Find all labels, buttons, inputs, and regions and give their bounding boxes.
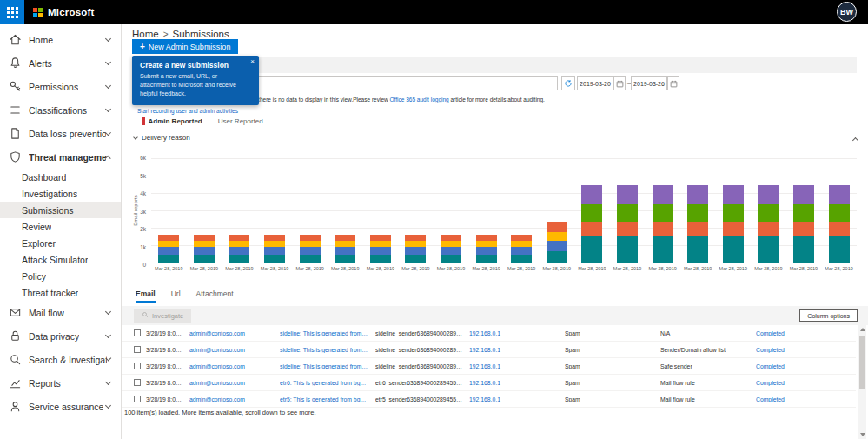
bar-segment-orange <box>194 235 215 241</box>
delivery-reason-section-header[interactable]: Delivery reason <box>134 134 190 142</box>
main-content: Home>Submissions + New Admin Submission … <box>122 24 868 439</box>
sender-cell[interactable]: admin@contoso.com <box>189 396 280 402</box>
sidebar-item-label: Attack Simulator <box>22 255 88 265</box>
sidebar-item-alerts[interactable]: Alerts <box>0 51 121 75</box>
ip-cell[interactable]: 192.168.0.1 <box>469 347 565 353</box>
ip-cell[interactable]: 192.168.0.1 <box>469 396 565 402</box>
sidebar-item-review[interactable]: Review <box>0 218 121 235</box>
status-cell[interactable]: Completed <box>756 330 812 336</box>
sidebar-item-permissions[interactable]: Permissions <box>0 75 121 98</box>
breadcrumb-home[interactable]: Home <box>132 29 159 39</box>
subject-cell[interactable]: sideline: This is generated from bgd 636… <box>280 330 375 336</box>
scrollbar-thumb[interactable] <box>859 336 865 389</box>
scroll-up-icon[interactable] <box>860 328 865 331</box>
sidebar-item-dashboard[interactable]: Dashboard <box>0 169 121 185</box>
bar-slot <box>292 159 328 263</box>
close-icon[interactable]: × <box>250 58 255 65</box>
bar-segment-yellow <box>264 241 285 247</box>
status-cell[interactable]: Completed <box>756 396 812 402</box>
investigate-button[interactable]: Investigate <box>134 309 191 323</box>
pivot-user-reported[interactable]: User Reported <box>218 117 263 125</box>
start-recording-link[interactable]: Start recording user and admin activitie… <box>137 108 238 114</box>
row-checkbox[interactable] <box>134 396 141 402</box>
sidebar-item-attack-simulator[interactable]: Attack Simulator <box>0 251 121 268</box>
stacked-bar <box>158 235 179 263</box>
subject-cell[interactable]: sideline: This is generated from bgd 636… <box>280 347 375 353</box>
table-scrollbar[interactable] <box>858 325 866 439</box>
sender-cell[interactable]: admin@contoso.com <box>189 330 280 336</box>
sender-cell[interactable]: admin@contoso.com <box>189 363 280 369</box>
bar-slot <box>821 159 857 263</box>
start-date-field[interactable]: 2019-03-20 <box>577 76 613 90</box>
sidebar-item-policy[interactable]: Policy <box>0 268 121 284</box>
x-axis-label: Mar 28, 2019 <box>398 266 434 271</box>
tab-email[interactable]: Email <box>136 289 156 303</box>
bar-segment-yellow <box>335 241 355 247</box>
tab-url[interactable]: Url <box>171 289 181 303</box>
list-icon <box>9 103 22 116</box>
collapse-section-chevron-icon[interactable] <box>852 137 858 143</box>
bar-segment-orange <box>335 235 355 241</box>
sender-cell[interactable]: admin@contoso.com <box>189 347 280 353</box>
status-cell[interactable]: Completed <box>756 380 812 386</box>
bar-segment-orange <box>158 235 179 241</box>
bar-segment-orange <box>793 222 814 236</box>
x-axis-label: Mar 28, 2019 <box>680 266 716 271</box>
sender-cell[interactable]: admin@contoso.com <box>189 380 280 386</box>
status-cell[interactable]: Completed <box>756 347 812 353</box>
status-cell[interactable]: Completed <box>756 363 812 369</box>
ip-cell[interactable]: 192.168.0.1 <box>469 363 565 369</box>
ip-cell[interactable]: 192.168.0.1 <box>469 330 565 336</box>
x-axis-label: Mar 28, 2019 <box>292 266 328 271</box>
sidebar-item-label: Data loss prevention <box>29 129 106 139</box>
end-date-field[interactable]: 2019-03-26 <box>631 76 667 90</box>
app-launcher-button[interactable] <box>0 0 24 24</box>
row-checkbox[interactable] <box>134 363 141 369</box>
bar-segment-blue <box>194 247 215 255</box>
sidebar-item-service-assurance[interactable]: Service assurance <box>0 395 121 418</box>
bar-segment-yellow <box>158 241 179 247</box>
subject-cell[interactable]: etr5: This is generated from bgd 6368940… <box>280 396 375 402</box>
sidebar-item-classifications[interactable]: Classifications <box>0 98 121 122</box>
row-checkbox[interactable] <box>134 329 141 336</box>
scroll-down-icon[interactable] <box>860 433 865 436</box>
new-admin-submission-label: New Admin Submission <box>149 43 231 51</box>
column-options-button[interactable]: Column options <box>799 309 858 322</box>
new-admin-submission-button[interactable]: + New Admin Submission <box>132 39 238 54</box>
sidebar-item-data-loss-prevention[interactable]: Data loss prevention <box>0 122 121 145</box>
sidebar-item-explorer[interactable]: Explorer <box>0 235 121 251</box>
end-date-calendar-button[interactable] <box>667 76 679 90</box>
ip-cell[interactable]: 192.168.0.1 <box>469 380 565 386</box>
row-checkbox[interactable] <box>134 379 141 386</box>
tab-attachment[interactable]: Attachment <box>196 289 234 303</box>
account-avatar[interactable]: BW <box>837 2 857 22</box>
bar-segment-green <box>723 204 744 222</box>
sidebar-item-mail-flow[interactable]: Mail flow <box>0 301 121 324</box>
sidebar-item-home[interactable]: Home <box>0 28 121 51</box>
sidebar-item-search-investigation[interactable]: Search & Investigation <box>0 348 121 371</box>
subject-cell[interactable]: sideline: This is generated from bgd 636… <box>280 363 375 369</box>
refresh-button[interactable] <box>561 76 575 90</box>
bar-slot <box>751 159 786 263</box>
subject-cell[interactable]: etr6: This is generated from bgd 6368940… <box>280 380 375 386</box>
sidebar-item-threat-management[interactable]: Threat management <box>0 145 121 169</box>
bar-segment-orange <box>653 222 673 236</box>
chevron-down-icon <box>105 83 111 89</box>
bar-segment-purple <box>581 185 602 204</box>
bar-segment-teal <box>723 236 744 263</box>
pivot-admin-reported[interactable]: Admin Reported <box>149 117 202 125</box>
bar-segment-blue <box>229 247 249 255</box>
sidebar-item-threat-tracker[interactable]: Threat tracker <box>0 284 121 301</box>
sidebar-item-investigations[interactable]: Investigations <box>0 185 121 202</box>
sidebar-item-submissions[interactable]: Submissions <box>0 202 121 218</box>
investigate-label: Investigate <box>152 312 183 320</box>
audit-logging-link[interactable]: Office 365 audit logging <box>390 96 449 103</box>
stacked-bar <box>793 185 814 263</box>
bar-segment-green <box>793 204 814 222</box>
sidebar-item-data-privacy[interactable]: Data privacy <box>0 324 121 348</box>
breadcrumb-separator-icon: > <box>163 30 169 39</box>
start-date-calendar-button[interactable] <box>613 76 626 90</box>
row-checkbox[interactable] <box>134 346 141 353</box>
sidebar-item-reports[interactable]: Reports <box>0 371 121 395</box>
table-row: 3/28/19 8:00 PMadmin@contoso.comsideline… <box>122 342 856 358</box>
